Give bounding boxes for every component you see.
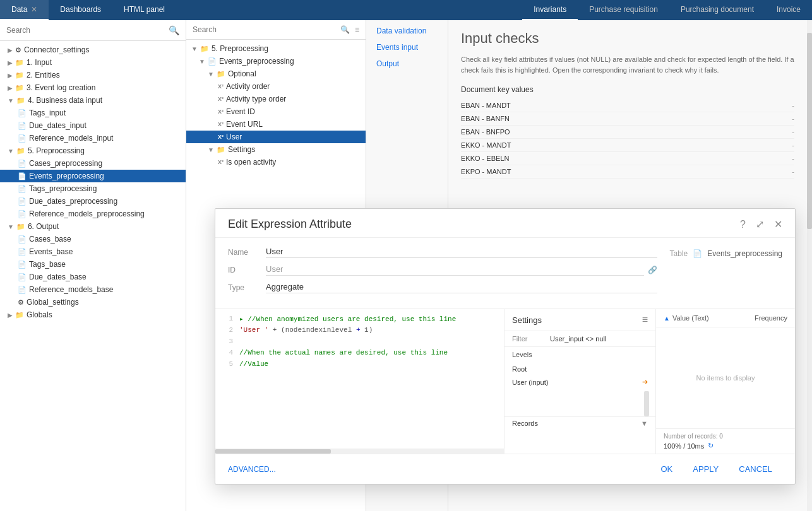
- freq-col-label: Frequency: [755, 314, 787, 322]
- ok-button[interactable]: OK: [651, 461, 683, 478]
- settings-panel: Settings ≡ Filter User_input <> null Lev…: [505, 309, 656, 454]
- help-button[interactable]: ?: [740, 219, 746, 230]
- left-tree-global-settings[interactable]: ⚙ Global_settings: [0, 296, 186, 308]
- left-tree-business-data[interactable]: ▼ 📁 4. Business data input: [0, 94, 186, 107]
- folder-icon: 📁: [15, 84, 24, 92]
- tab-dashboards[interactable]: Dashboards: [49, 0, 112, 20]
- nav-link-data-validation[interactable]: Data validation: [366, 23, 448, 39]
- left-tree-entities[interactable]: ▶ 📁 2. Entities: [0, 69, 186, 81]
- nav-link-events-input[interactable]: Events input: [366, 39, 448, 56]
- tab-purchasing-doc[interactable]: Purchasing document: [669, 0, 765, 20]
- tab-html-panel[interactable]: HTML panel: [112, 0, 176, 20]
- left-tree-events-base[interactable]: 📄 Events_base: [0, 245, 186, 258]
- middle-item-activity-type-order[interactable]: X² Activity type order: [186, 93, 366, 105]
- kv-row-2: EBAN - BNFPO -: [461, 126, 794, 139]
- tab-data[interactable]: Data ✕: [0, 0, 49, 20]
- left-tree-due-dates-preprocessing[interactable]: 📄 Due_dates_preprocessing: [0, 195, 186, 208]
- kv-row-0: EBAN - MANDT -: [461, 99, 794, 112]
- refresh-icon[interactable]: ↻: [708, 442, 713, 450]
- doc-icon: 📄: [18, 122, 27, 130]
- type-value: Aggregate: [266, 282, 657, 293]
- left-tree-tags-preprocessing[interactable]: 📄 Tags_preprocessing: [0, 182, 186, 195]
- nav-link-output[interactable]: Output: [366, 56, 448, 72]
- middle-search-input[interactable]: [193, 25, 340, 34]
- left-tree-globals[interactable]: ▶ 📁 Globals: [0, 308, 186, 321]
- middle-search-box: 🔍 ≡: [186, 20, 366, 40]
- expand-button[interactable]: ⤢: [756, 218, 764, 230]
- left-tree-connector-settings[interactable]: ▶ ⚙ Connector_settings: [0, 44, 186, 56]
- code-line-3: 3: [215, 337, 504, 348]
- left-tree-reference-models-base[interactable]: 📄 Reference_models_base: [0, 283, 186, 296]
- search-icon[interactable]: 🔍: [340, 25, 350, 34]
- close-button[interactable]: ✕: [774, 218, 782, 230]
- tab-close-icon[interactable]: ✕: [31, 5, 37, 14]
- records-row: Records ▼: [505, 416, 655, 430]
- sort-icon[interactable]: ▲: [664, 315, 670, 322]
- left-tree-events-preprocessing[interactable]: 📄 Events_preprocessing: [0, 170, 186, 182]
- middle-item-preprocessing[interactable]: ▼ 📁 5. Preprocessing: [186, 42, 366, 55]
- level-root: Root: [505, 363, 655, 375]
- middle-item-settings[interactable]: ▼ 📁 Settings: [186, 143, 366, 156]
- value-header: ▲ Value (Text) Frequency: [656, 309, 795, 327]
- left-tree-event-log[interactable]: ▶ 📁 3. Event log creation: [0, 81, 186, 94]
- right-scrollbar-thumb[interactable]: [807, 33, 812, 229]
- middle-item-event-id[interactable]: X² Event ID: [186, 105, 366, 118]
- left-tree-tags-input[interactable]: 📄 Tags_input: [0, 107, 186, 119]
- advanced-button[interactable]: ADVANCED...: [228, 465, 276, 474]
- left-tree-output[interactable]: ▼ 📁 6. Output: [0, 220, 186, 233]
- tab-invoice[interactable]: Invoice: [765, 0, 812, 20]
- left-tree-cases-preprocessing[interactable]: 📄 Cases_preprocessing: [0, 157, 186, 170]
- left-tree-cases-base[interactable]: 📄 Cases_base: [0, 233, 186, 245]
- records-chevron-icon[interactable]: ▼: [641, 420, 648, 427]
- doc-icon: 📄: [18, 273, 27, 281]
- doc-icon: 📄: [18, 172, 27, 180]
- value-panel: ▲ Value (Text) Frequency No items to dis…: [656, 309, 795, 454]
- link-icon[interactable]: 🔗: [648, 266, 657, 274]
- arrow-icon: ▼: [8, 97, 14, 104]
- id-input[interactable]: User: [266, 264, 644, 276]
- kv-row-1: EBAN - BANFN -: [461, 112, 794, 126]
- left-tree-due-dates-base[interactable]: 📄 Due_dates_base: [0, 271, 186, 283]
- level-arrow-icon[interactable]: ➔: [642, 378, 648, 386]
- doc-icon: 📄: [18, 185, 27, 193]
- left-search-input[interactable]: [6, 26, 169, 35]
- left-tree-preprocessing[interactable]: ▼ 📁 5. Preprocessing: [0, 144, 186, 157]
- doc-icon: 📄: [18, 160, 27, 168]
- middle-item-is-open-activity[interactable]: X² Is open activity: [186, 156, 366, 168]
- left-tree-reference-models-input[interactable]: 📄 Reference_models_input: [0, 132, 186, 144]
- table-label: Table: [670, 249, 688, 258]
- value-footer: Number of records: 0 100% / 10ms ↻: [656, 428, 795, 454]
- left-search-icon[interactable]: 🔍: [169, 25, 179, 35]
- settings-header: Settings ≡: [505, 309, 655, 331]
- left-tree-reference-models-preprocessing[interactable]: 📄 Reference_models_preprocessing: [0, 208, 186, 220]
- middle-item-activity-order[interactable]: X² Activity order: [186, 80, 366, 93]
- table-name: Events_preprocessing: [707, 249, 782, 258]
- code-scrollbar-thumb[interactable]: [215, 449, 331, 454]
- filter-label: Filter: [512, 335, 550, 343]
- code-editor[interactable]: 1 ▸ //When anomymized users are desired,…: [215, 309, 505, 449]
- menu-icon[interactable]: ≡: [355, 25, 359, 34]
- apply-button[interactable]: APPLY: [683, 461, 729, 478]
- tab-invariants[interactable]: Invariants: [522, 0, 578, 20]
- right-scrollbar-track[interactable]: [807, 20, 812, 511]
- left-tree-input[interactable]: ▶ 📁 1. Input: [0, 56, 186, 69]
- folder-icon: 📁: [15, 59, 24, 67]
- kv-val-2: -: [792, 128, 794, 136]
- middle-item-event-url[interactable]: X² Event URL: [186, 118, 366, 131]
- left-tree: ▶ ⚙ Connector_settings ▶ 📁 1. Input ▶ 📁 …: [0, 41, 186, 511]
- middle-item-user[interactable]: X² User: [186, 131, 366, 143]
- middle-item-optional[interactable]: ▼ 📁 Optional: [186, 68, 366, 80]
- levels-scrollbar[interactable]: [644, 391, 649, 416]
- kv-val-0: -: [792, 102, 794, 109]
- id-label: ID: [228, 266, 266, 274]
- code-editor-wrapper: 1 ▸ //When anomymized users are desired,…: [215, 309, 505, 454]
- middle-item-events-preprocessing[interactable]: ▼ 📄 Events_preprocessing: [186, 55, 366, 68]
- tab-purchase-req[interactable]: Purchase requisition: [578, 0, 669, 20]
- percent-value: 100% / 10ms: [664, 442, 704, 450]
- left-tree-due-dates-input[interactable]: 📄 Due_dates_input: [0, 119, 186, 132]
- left-tree-tags-base[interactable]: 📄 Tags_base: [0, 258, 186, 271]
- cancel-button[interactable]: CANCEL: [729, 461, 782, 478]
- code-scrollbar[interactable]: [215, 449, 505, 454]
- settings-menu-icon[interactable]: ≡: [642, 314, 648, 326]
- kv-row-5: EKPO - MANDT -: [461, 165, 794, 179]
